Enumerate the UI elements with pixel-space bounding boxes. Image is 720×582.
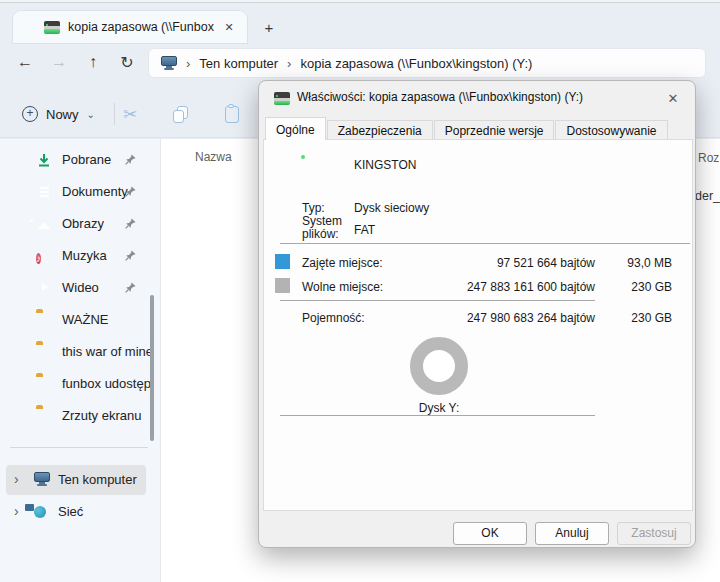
used-space-swatch	[275, 254, 290, 269]
volume-label[interactable]: KINGSTON	[354, 158, 416, 172]
folder-icon	[36, 344, 53, 360]
sidebar-item-label: Pobrane	[62, 152, 111, 167]
document-icon	[36, 184, 53, 200]
sidebar-item-wideo[interactable]: Wideo	[0, 273, 160, 303]
capacity-bytes: 247 980 683 264 bajtów	[467, 311, 595, 325]
ok-button[interactable]: OK	[453, 522, 527, 545]
chevron-down-icon: ⌄	[87, 109, 95, 120]
copy-icon[interactable]	[166, 100, 194, 128]
folder-icon	[36, 376, 53, 392]
sidebar-item-label: Zrzuty ekranu	[62, 408, 141, 423]
sidebar-item-this-war-of-mine[interactable]: this war of mine	[0, 337, 160, 367]
pin-icon	[124, 185, 137, 198]
new-button-label: Nowy	[46, 107, 79, 122]
tab-close-icon[interactable]: ✕	[220, 18, 238, 36]
disk-usage-donut-chart	[410, 337, 468, 395]
explorer-window: kopia zapasowa (\\Funbox\kin ✕ + ← → ↑ ↻…	[0, 0, 720, 582]
capacity-human: 230 GB	[631, 311, 672, 325]
dialog-footer: OK Anuluj Zastosuj	[259, 522, 697, 545]
tab-title: kopia zapasowa (\\Funbox\kin	[68, 20, 214, 34]
free-space-bytes: 247 883 161 600 bajtów	[467, 280, 595, 294]
used-space-label: Zajęte miejsce:	[302, 256, 383, 270]
plus-circle-icon: +	[22, 106, 38, 122]
download-icon	[36, 152, 53, 168]
divider	[280, 243, 690, 244]
paste-icon[interactable]	[218, 100, 246, 128]
filesystem-value: FAT	[354, 223, 375, 237]
sidebar-item-label: Dokumenty	[62, 184, 128, 199]
pin-icon	[124, 217, 137, 230]
sidebar-item-dokumenty[interactable]: Dokumenty	[0, 177, 160, 207]
sidebar-item-funbox-udostep[interactable]: funbox udostęp	[0, 369, 160, 399]
pin-icon	[124, 249, 137, 262]
pin-icon	[124, 153, 137, 166]
image-icon	[36, 216, 53, 232]
type-value: Dysk sieciowy	[354, 201, 429, 215]
new-button[interactable]: + Nowy ⌄	[12, 98, 105, 130]
cut-icon[interactable]: ✂	[116, 100, 144, 128]
breadcrumb-chevron-icon: ›	[278, 56, 300, 71]
sidebar-item-siec[interactable]: › Sieć	[0, 497, 160, 527]
pin-icon	[124, 281, 137, 294]
chevron-right-icon[interactable]: ›	[14, 471, 19, 487]
column-header-size[interactable]: Roz	[698, 151, 719, 165]
sidebar-item-label: Muzyka	[62, 248, 107, 263]
toolbar-divider	[114, 103, 115, 125]
apply-button: Zastosuj	[617, 522, 691, 545]
sidebar-scrollbar[interactable]	[150, 295, 154, 441]
capacity-label: Pojemność:	[302, 311, 365, 325]
cancel-button[interactable]: Anuluj	[535, 522, 609, 545]
sidebar-item-obrazy[interactable]: Obrazy	[0, 209, 160, 239]
used-space-human: 93,0 MB	[627, 256, 672, 270]
tab-zabezpieczenia[interactable]: Zabezpieczenia	[327, 120, 433, 140]
tab-ogolne[interactable]: Ogólne	[265, 117, 326, 140]
breadcrumb-item-drive[interactable]: kopia zapasowa (\\Funbox\kingston) (Y:)	[300, 56, 532, 71]
back-icon[interactable]: ←	[10, 47, 40, 77]
drive-icon	[44, 21, 60, 34]
tab-poprzednie-wersje[interactable]: Poprzednie wersje	[434, 120, 555, 140]
sidebar-item-zrzuty-ekranu[interactable]: Zrzuty ekranu	[0, 401, 160, 431]
explorer-tab[interactable]: kopia zapasowa (\\Funbox\kin ✕	[12, 10, 248, 44]
drive-icon	[274, 92, 290, 105]
sidebar-item-pobrane[interactable]: Pobrane	[0, 145, 160, 175]
free-space-label: Wolne miejsce:	[302, 280, 383, 294]
folder-icon	[36, 312, 53, 328]
sidebar-item-ten-komputer[interactable]: › Ten komputer	[0, 465, 160, 495]
sidebar-item-label: Ten komputer	[58, 472, 137, 487]
sidebar-item-label: Sieć	[58, 504, 83, 519]
sidebar-item-label: Obrazy	[62, 216, 104, 231]
music-icon: ♪	[36, 248, 53, 264]
sidebar-item-muzyka[interactable]: ♪ Muzyka	[0, 241, 160, 271]
sidebar-item-label: WAŻNE	[62, 312, 108, 327]
dialog-title: Właściwości: kopia zapasowa (\\Funbox\ki…	[297, 90, 583, 104]
sidebar-item-label: this war of mine	[62, 344, 153, 359]
type-label: Typ:	[302, 201, 325, 215]
new-tab-icon[interactable]: +	[258, 16, 280, 38]
dialog-tab-strip: Ogólne Zabezpieczenia Poprzednie wersje …	[265, 117, 669, 140]
sidebar-item-label: funbox udostęp	[62, 376, 151, 391]
free-space-swatch	[275, 278, 290, 293]
address-bar[interactable]: › Ten komputer › kopia zapasowa (\\Funbo…	[148, 48, 706, 78]
sidebar-item-label: Wideo	[62, 280, 99, 295]
sidebar-item-wazne[interactable]: WAŻNE	[0, 305, 160, 335]
up-icon[interactable]: ↑	[78, 47, 108, 77]
divider	[280, 300, 595, 301]
file-name-fragment: der_	[695, 189, 720, 203]
tab-dostosowywanie[interactable]: Dostosowywanie	[555, 120, 667, 140]
breadcrumb-item-this-pc[interactable]: Ten komputer	[199, 56, 278, 71]
used-space-bytes: 97 521 664 bajtów	[497, 256, 595, 270]
forward-icon: →	[44, 47, 74, 77]
navigation-bar: ← → ↑ ↻ › Ten komputer › kopia zapasowa …	[0, 41, 720, 85]
close-icon[interactable]: ✕	[661, 87, 685, 109]
this-pc-icon	[161, 56, 177, 70]
general-tab-panel: KINGSTON Typ: Dysk sieciowy System plikó…	[263, 139, 693, 511]
video-icon	[36, 280, 53, 296]
filesystem-label: System	[302, 214, 342, 228]
properties-dialog: Właściwości: kopia zapasowa (\\Funbox\ki…	[258, 80, 696, 548]
refresh-icon[interactable]: ↻	[112, 47, 142, 77]
divider	[280, 415, 595, 416]
sidebar-divider	[10, 447, 148, 448]
column-header-name[interactable]: Nazwa	[195, 150, 232, 164]
chevron-right-icon[interactable]: ›	[14, 503, 19, 519]
sidebar: Pobrane Dokumenty Obrazy ♪ Muzyka	[0, 139, 160, 582]
